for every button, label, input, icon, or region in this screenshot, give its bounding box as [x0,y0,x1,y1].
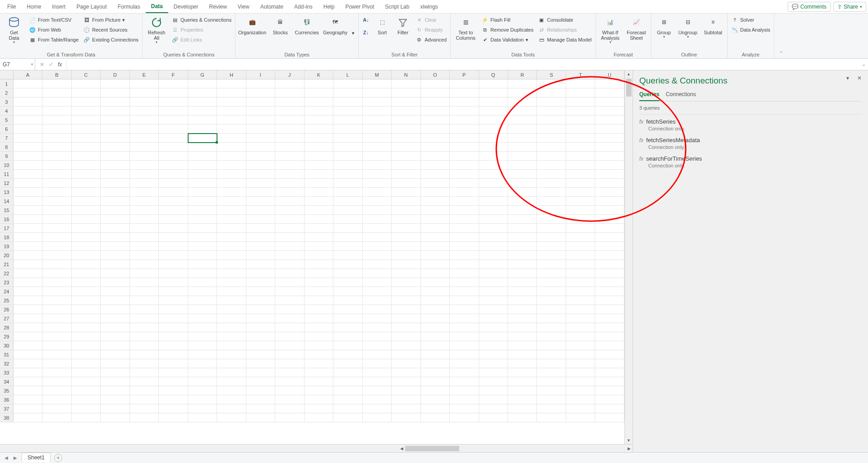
cell[interactable] [392,224,420,233]
cell[interactable] [246,395,275,404]
cell[interactable] [392,125,420,134]
cell[interactable] [363,206,392,215]
cell[interactable] [130,224,159,233]
cell[interactable] [305,79,333,88]
cell[interactable] [537,161,566,170]
cell[interactable] [595,404,624,413]
cell[interactable] [217,233,246,242]
cell[interactable] [42,332,71,341]
cell[interactable] [246,106,275,116]
cell[interactable] [42,341,71,350]
cell[interactable] [595,260,624,269]
cell[interactable] [421,359,450,368]
cell[interactable] [421,341,450,350]
cell[interactable] [275,116,304,125]
remove-duplicates-button[interactable]: ⧉Remove Duplicates [480,25,534,34]
cell[interactable] [159,269,188,278]
cell[interactable] [130,215,159,224]
cell[interactable] [333,242,362,251]
row-header[interactable]: 36 [0,395,14,404]
cell[interactable] [450,170,479,179]
cell[interactable] [479,368,508,377]
cell[interactable] [305,386,333,395]
column-header[interactable]: S [537,70,566,79]
cell[interactable] [130,395,159,404]
cell[interactable] [72,296,101,305]
cell[interactable] [305,161,333,170]
row-header[interactable]: 35 [0,386,14,395]
row-header[interactable]: 19 [0,242,14,251]
from-picture-button[interactable]: 🖼From Picture▾ [82,15,139,24]
cell[interactable] [101,413,129,422]
cell[interactable] [159,251,188,260]
cell[interactable] [275,305,304,314]
cell[interactable] [508,215,537,224]
cell[interactable] [72,404,101,413]
cell[interactable] [305,188,333,197]
cell[interactable] [595,97,624,106]
organization-button[interactable]: 💼 Organization [238,15,266,36]
cell[interactable] [333,215,362,224]
cell[interactable] [159,116,188,125]
add-sheet-button[interactable]: ＋ [54,454,62,462]
cell[interactable] [305,269,333,278]
cell[interactable] [275,386,304,395]
cell[interactable] [566,260,595,269]
cell[interactable] [130,314,159,323]
cell[interactable] [363,188,392,197]
scroll-down-icon[interactable]: ▼ [627,437,631,444]
cell[interactable] [537,197,566,206]
tab-page-layout[interactable]: Page Layout [71,1,112,13]
cell[interactable] [450,215,479,224]
cell[interactable] [130,278,159,287]
vertical-scrollbar[interactable]: ▲ ▼ [624,70,633,444]
cell[interactable] [275,395,304,404]
cell[interactable] [159,287,188,296]
cell[interactable] [566,206,595,215]
cell[interactable] [188,97,217,106]
cell[interactable] [101,260,129,269]
cell[interactable] [130,206,159,215]
cell[interactable] [217,106,246,116]
cell[interactable] [479,278,508,287]
cell[interactable] [537,224,566,233]
cell[interactable] [246,97,275,106]
cell[interactable] [101,116,129,125]
cell[interactable] [508,152,537,161]
cell[interactable] [275,79,304,88]
cell[interactable] [363,323,392,332]
row-header[interactable]: 17 [0,224,14,233]
cell[interactable] [188,269,217,278]
cell[interactable] [305,278,333,287]
cell[interactable] [305,395,333,404]
cell[interactable] [72,125,101,134]
row-header[interactable]: 25 [0,296,14,305]
column-header[interactable]: D [101,70,129,79]
cell[interactable] [72,386,101,395]
cell[interactable] [42,377,71,386]
cell[interactable] [217,395,246,404]
cell[interactable] [508,359,537,368]
cell[interactable] [72,170,101,179]
cell[interactable] [275,170,304,179]
formula-bar-expand-button[interactable]: ⌄ [859,61,868,67]
cell[interactable] [188,206,217,215]
cell[interactable] [479,116,508,125]
cell[interactable] [130,341,159,350]
row-header[interactable]: 5 [0,116,14,125]
cell[interactable] [14,143,42,152]
cell[interactable] [42,323,71,332]
cell[interactable] [479,188,508,197]
share-button[interactable]: ⇪ Share ▾ [833,2,866,12]
cell[interactable] [42,305,71,314]
sheet-nav-next[interactable]: ▶ [13,455,18,460]
cell[interactable] [450,134,479,143]
sheet-nav-prev[interactable]: ◀ [4,455,9,460]
cell[interactable] [42,215,71,224]
advanced-button[interactable]: ⚙Advanced [415,35,448,44]
cell[interactable] [508,287,537,296]
cell[interactable] [333,368,362,377]
cell[interactable] [566,287,595,296]
cell[interactable] [159,395,188,404]
cell[interactable] [275,323,304,332]
